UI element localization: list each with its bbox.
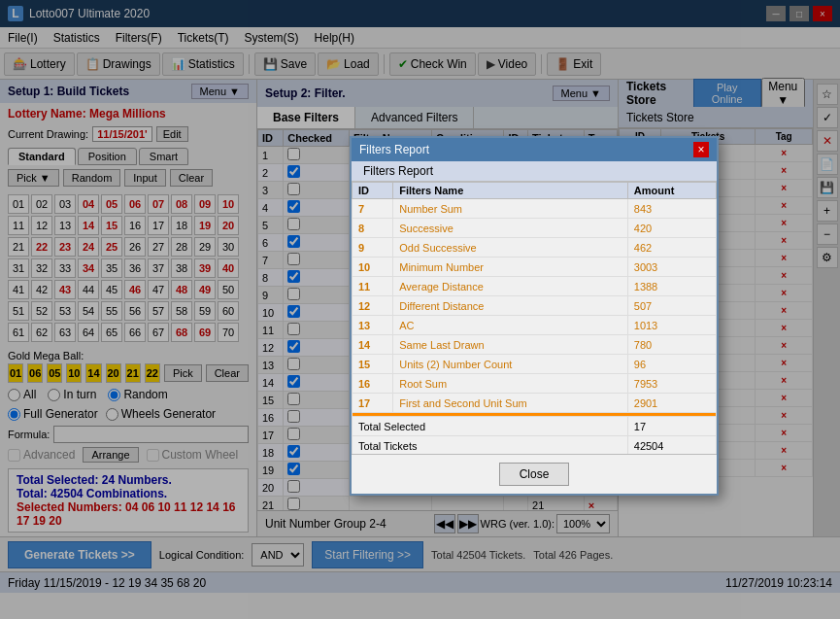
modal-summary-value: 42504 — [627, 436, 716, 455]
modal-row-amount: 420 — [627, 219, 716, 238]
modal-row-amount: 3003 — [627, 258, 716, 277]
modal-row-id: 10 — [353, 258, 393, 277]
modal-row-id: 15 — [353, 355, 393, 374]
modal-row-amount: 2901 — [627, 394, 716, 413]
modal-summary-label: Total Tickets — [353, 436, 628, 455]
modal-row-name: Successive — [393, 219, 628, 238]
modal-tab[interactable]: Filters Report — [352, 161, 717, 182]
modal-row-id: 12 — [353, 296, 393, 316]
modal-row-name: Units (2) Number Count — [393, 355, 628, 374]
modal-row-name: First and Second Unit Sum — [393, 394, 628, 413]
modal-table-row: 7 Number Sum 843 — [353, 199, 717, 219]
modal-row-id: 11 — [353, 277, 393, 296]
modal-table: ID Filters Name Amount 7 Number Sum 843 … — [352, 182, 717, 454]
modal-row-name: Odd Successive — [393, 238, 628, 258]
modal-row-id: 14 — [353, 335, 393, 355]
modal-close-button[interactable]: × — [693, 142, 709, 157]
modal-footer: Close — [352, 454, 717, 494]
modal-table-row: 13 AC 1013 — [353, 316, 717, 335]
modal-table-row: 17 First and Second Unit Sum 2901 — [353, 394, 717, 413]
modal-summary-row: Total Tickets42504 — [353, 436, 717, 455]
modal-table-row: 14 Same Last Drawn 780 — [353, 335, 717, 355]
modal-row-amount: 1388 — [627, 277, 716, 296]
modal-col-amount: Amount — [627, 183, 716, 199]
modal-table-container[interactable]: ID Filters Name Amount 7 Number Sum 843 … — [352, 182, 717, 454]
modal-table-row: 10 Minimum Number 3003 — [353, 258, 717, 277]
modal-table-row: 9 Odd Successive 462 — [353, 238, 717, 258]
modal-row-id: 17 — [353, 394, 393, 413]
modal-row-amount: 780 — [627, 335, 716, 355]
modal-summary-label: Total Selected — [353, 417, 628, 436]
modal-row-amount: 96 — [627, 355, 716, 374]
modal-col-id: ID — [353, 183, 393, 199]
modal-row-amount: 843 — [627, 199, 716, 219]
filters-report-modal: Filters Report × Filters Report ID Filte… — [350, 136, 719, 496]
modal-table-row: 15 Units (2) Number Count 96 — [353, 355, 717, 374]
modal-table-row: 12 Different Distance 507 — [353, 296, 717, 316]
modal-row-amount: 462 — [627, 238, 716, 258]
modal-row-id: 7 — [353, 199, 393, 219]
modal-title: Filters Report — [359, 143, 429, 156]
modal-row-name: Different Distance — [393, 296, 628, 316]
modal-summary-value: 17 — [627, 417, 716, 436]
modal-row-name: Root Sum — [393, 374, 628, 394]
modal-close-confirm-button[interactable]: Close — [499, 463, 570, 486]
modal-row-name: Same Last Drawn — [393, 335, 628, 355]
modal-row-amount: 507 — [627, 296, 716, 316]
modal-row-id: 16 — [353, 374, 393, 394]
modal-row-id: 8 — [353, 219, 393, 238]
modal-row-amount: 1013 — [627, 316, 716, 335]
modal-row-name: Minimum Number — [393, 258, 628, 277]
modal-table-row: 16 Root Sum 7953 — [353, 374, 717, 394]
modal-row-name: Number Sum — [393, 199, 628, 219]
modal-table-row: 8 Successive 420 — [353, 219, 717, 238]
modal-summary-row: Total Selected17 — [353, 417, 717, 436]
modal-titlebar: Filters Report × — [352, 138, 717, 161]
modal-overlay: Filters Report × Filters Report ID Filte… — [0, 0, 840, 619]
modal-table-row: 11 Average Distance 1388 — [353, 277, 717, 296]
modal-row-id: 9 — [353, 238, 393, 258]
modal-row-id: 13 — [353, 316, 393, 335]
modal-col-name: Filters Name — [393, 183, 628, 199]
modal-row-name: Average Distance — [393, 277, 628, 296]
modal-row-name: AC — [393, 316, 628, 335]
modal-row-amount: 7953 — [627, 374, 716, 394]
